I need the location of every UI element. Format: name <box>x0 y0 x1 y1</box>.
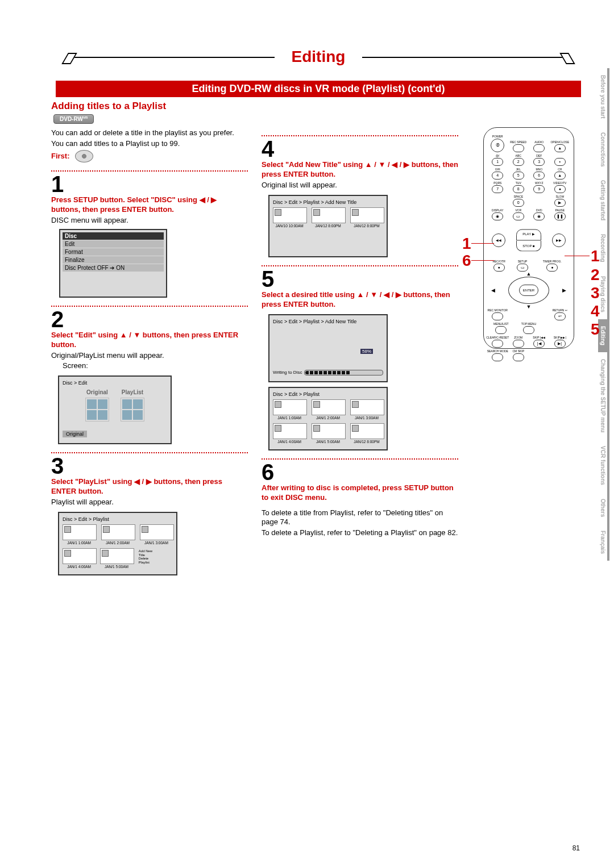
return-button[interactable]: ↩ <box>554 312 566 320</box>
disc-menu-item: Edit <box>63 240 164 248</box>
left-arrow-button[interactable]: ◀ <box>491 287 495 293</box>
tab-francais[interactable]: Français <box>598 524 609 561</box>
disc-type-badge: DVD-RWVR <box>53 114 94 124</box>
tab-setup-menu[interactable]: Changing the SETUP menu <box>598 352 609 439</box>
playlist-thumb: JAN/1 2:00AM <box>101 524 134 545</box>
video-tv-button[interactable]: ● <box>554 185 566 193</box>
remote-control-diagram: POWER⦿ REC SPEED AUDIO OPEN/CLOSE▲ @/1 A… <box>483 127 574 349</box>
remote-column: POWER⦿ REC SPEED AUDIO OPEN/CLOSE▲ @/1 A… <box>472 127 586 580</box>
audio-button[interactable] <box>533 144 545 152</box>
pause-button[interactable]: ❚❚ <box>554 212 566 220</box>
section-banner: Editing DVD-RW discs in VR mode (Playlis… <box>56 81 581 97</box>
up-arrow-button[interactable]: ▲ <box>526 271 532 277</box>
page-title-bar: Editing <box>51 57 586 76</box>
middle-column: 4 Select "Add New Title" using ▲ / ▼ / ◀… <box>262 127 458 580</box>
breadcrumb: Disc > Edit > Playlist > Add New Title <box>273 199 383 205</box>
subheading: Adding titles to a Playlist <box>51 101 586 112</box>
step-4-result: Original list will appear. <box>262 181 458 190</box>
menu-list-button[interactable] <box>495 326 507 334</box>
playlist-thumb: JAN/1 3:00AM <box>140 524 173 545</box>
tab-vcr-functions[interactable]: VCR functions <box>598 439 609 492</box>
clear-button[interactable] <box>492 340 503 348</box>
tab-getting-started[interactable]: Getting started <box>598 173 609 227</box>
playlist-extra-actions: Add New Title Delete Playlist <box>138 548 173 569</box>
num-3-button[interactable]: 3 <box>533 158 545 166</box>
num-1-button[interactable]: 1 <box>492 158 503 166</box>
zoom-button[interactable] <box>513 340 524 348</box>
num-4-button[interactable]: 4 <box>492 172 503 180</box>
playlist-result-screenshot: Disc > Edit > Playlist JAN/1 1:00AM JAN/… <box>268 387 388 450</box>
edit-menu-screenshot: Disc > Edit Original PlayList Original <box>58 375 172 444</box>
num-6-button[interactable]: 6 <box>533 172 545 180</box>
play-button[interactable]: PLAY ▶ <box>516 229 541 241</box>
playlist-thumb: JAN/1 4:00AM <box>273 423 306 444</box>
cm-skip-button[interactable] <box>513 353 524 361</box>
step-4-instruction: Select "Add New Title" using ▲ / ▼ / ◀ /… <box>262 160 458 180</box>
tab-connections[interactable]: Connections <box>598 126 609 174</box>
step-6-instruction: After writing to disc is completed, pres… <box>262 483 458 503</box>
skip-back-button[interactable]: |◀ <box>533 340 545 348</box>
step-2-instruction: Select "Edit" using ▲ / ▼ buttons, then … <box>51 331 248 350</box>
playlist-thumb: JAN/1 5:00AM <box>312 423 345 444</box>
num-0-button[interactable]: 0 <box>513 199 524 207</box>
timer-prog-button[interactable]: ● <box>546 264 558 272</box>
num-8-button[interactable]: 8 <box>513 185 524 193</box>
power-button[interactable]: ⦿ <box>491 139 504 152</box>
writing-label: Writing to Disc <box>273 370 302 375</box>
writing-progress-screenshot: Disc > Edit > Playlist > Add New Title 5… <box>268 314 388 382</box>
title-thumb: JAN/12 8:00PM <box>312 207 345 228</box>
slow-button[interactable]: ▶ <box>554 199 566 207</box>
progress-percent: 58% <box>360 349 373 354</box>
edit-footer-label: Original <box>63 431 87 437</box>
callout-left-6: 6 <box>462 252 471 270</box>
disc-menu-item: Finalize <box>63 256 164 264</box>
step-3-instruction: Select "PlayList" using ◀ / ▶ buttons, t… <box>51 477 248 496</box>
setup-button[interactable]: ▭ <box>517 264 528 272</box>
num-2-button[interactable]: 2 <box>513 158 524 166</box>
step-4-number: 4 <box>262 139 458 159</box>
first-label: First: <box>51 152 70 161</box>
original-option: Original <box>85 389 109 422</box>
title-thumb: JAN/12 8:00PM <box>350 207 383 228</box>
num-9-button[interactable]: 9 <box>533 185 545 193</box>
ch-up-dot-button[interactable]: • <box>554 158 566 166</box>
top-menu-button[interactable] <box>523 326 534 334</box>
num-5-button[interactable]: 5 <box>513 172 524 180</box>
breadcrumb: Disc > Edit > Playlist > Add New Title <box>273 319 383 324</box>
step-6-note-2: To delete a Playlist, refer to "Deleting… <box>262 528 458 538</box>
down-arrow-button[interactable]: ▼ <box>526 304 532 310</box>
rec-monitor-button[interactable] <box>492 312 503 320</box>
num-7-button[interactable]: 7 <box>492 185 503 193</box>
rec-otr-button[interactable]: ● <box>493 264 505 272</box>
display-button[interactable]: ◉ <box>492 212 503 220</box>
step-6-note-1: To delete a title from Playlist, refer t… <box>262 508 458 528</box>
playlist-option: PlayList <box>121 389 144 422</box>
disc-menu-screenshot: Disc Edit Format Finalize Disc Protect O… <box>59 229 167 298</box>
rewind-button[interactable]: ◀◀ <box>492 233 505 247</box>
screen-label: Screen: <box>63 361 248 371</box>
fast-forward-button[interactable]: ▶▶ <box>552 233 566 247</box>
step-3-number: 3 <box>51 456 248 476</box>
title-thumb: JAN/10 10:00AM <box>273 207 306 228</box>
tab-others[interactable]: Others <box>598 492 609 524</box>
playlist-thumb: JAN/1 4:00AM <box>63 548 96 569</box>
disc-menu-item: Format <box>63 248 164 256</box>
ch-up-button[interactable]: ▲ <box>554 172 566 180</box>
intro-text-1: You can add or delete a title in the pla… <box>51 128 248 138</box>
open-close-button[interactable]: ▲ <box>554 144 566 152</box>
enter-button[interactable]: ENTER <box>519 285 538 296</box>
vcr-button[interactable]: ▭ <box>513 212 524 220</box>
add-new-title-screenshot: Disc > Edit > Playlist > Add New Title J… <box>268 195 388 257</box>
stop-button[interactable]: STOP ■ <box>516 241 541 252</box>
rec-speed-button[interactable] <box>513 144 524 152</box>
step-5-instruction: Select a desired title using ▲ / ▼ / ◀ /… <box>262 290 458 310</box>
playlist-thumb: JAN/12 8:00PM <box>350 423 383 444</box>
right-arrow-button[interactable]: ▶ <box>562 287 566 293</box>
left-column: You can add or delete a title in the pla… <box>51 127 248 580</box>
dvd-button[interactable]: ◉ <box>533 212 545 220</box>
dvd-disc-icon <box>75 150 93 162</box>
tab-before-you-start[interactable]: Before you start <box>598 68 609 126</box>
skip-fwd-button[interactable]: ▶| <box>554 340 566 348</box>
search-mode-button[interactable] <box>492 353 503 361</box>
callout-right-numbers: 1 2 3 4 5 <box>591 247 614 339</box>
